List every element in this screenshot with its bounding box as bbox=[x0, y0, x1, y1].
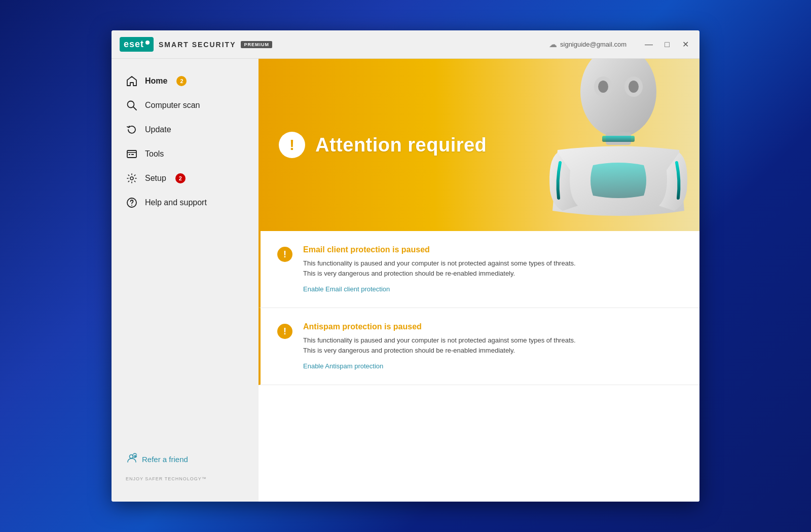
exclamation-icon: ! bbox=[289, 136, 294, 154]
svg-rect-4 bbox=[129, 154, 130, 155]
cloud-icon: ☁ bbox=[549, 40, 557, 49]
svg-point-6 bbox=[130, 177, 133, 180]
minimize-button[interactable]: — bbox=[643, 39, 655, 51]
hero-banner: ! Attention required bbox=[259, 59, 699, 231]
close-button[interactable]: ✕ bbox=[679, 39, 691, 51]
update-icon bbox=[126, 124, 138, 136]
titlebar: eset SMART SECURITY PREMIUM ☁ signiguide… bbox=[112, 30, 699, 59]
notif-item-email: ! Email client protection is paused This… bbox=[259, 231, 699, 308]
sidebar-item-computer-scan[interactable]: Computer scan bbox=[112, 93, 259, 118]
refer-friend-button[interactable]: ★ Refer a friend bbox=[126, 452, 244, 466]
tools-icon bbox=[126, 148, 138, 160]
notif-content-email: Email client protection is paused This f… bbox=[303, 245, 576, 293]
notif-desc-email: This functionality is paused and your co… bbox=[303, 258, 576, 278]
titlebar-right: ☁ signiguide@gmail.com — □ ✕ bbox=[549, 39, 691, 51]
sidebar-item-help-label: Help and support bbox=[145, 198, 207, 207]
eset-logo-badge: eset bbox=[120, 37, 154, 52]
app-window: eset SMART SECURITY PREMIUM ☁ signiguide… bbox=[112, 30, 699, 502]
sidebar: Home 2 Computer scan bbox=[112, 59, 259, 502]
user-email-text: signiguide@gmail.com bbox=[560, 41, 626, 48]
notif-content-antispam: Antispam protection is paused This funct… bbox=[303, 322, 576, 370]
app-title: SMART SECURITY bbox=[159, 41, 236, 49]
window-controls: — □ ✕ bbox=[643, 39, 691, 51]
svg-text:!: ! bbox=[283, 249, 286, 259]
sidebar-item-tools[interactable]: Tools bbox=[112, 142, 259, 166]
notif-desc-antispam: This functionality is paused and your co… bbox=[303, 335, 576, 355]
sidebar-item-update-label: Update bbox=[145, 125, 171, 134]
setup-badge: 2 bbox=[175, 173, 186, 183]
sidebar-item-setup-label: Setup bbox=[145, 174, 166, 183]
eset-logo-text: eset bbox=[124, 39, 144, 50]
notif-title-antispam: Antispam protection is paused bbox=[303, 322, 576, 331]
premium-badge: PREMIUM bbox=[241, 41, 272, 48]
svg-rect-18 bbox=[602, 136, 635, 142]
sidebar-item-home[interactable]: Home 2 bbox=[112, 69, 259, 93]
warning-icon-email: ! bbox=[277, 246, 293, 262]
sidebar-item-setup[interactable]: Setup 2 bbox=[112, 166, 259, 191]
sidebar-bottom: ★ Refer a friend ENJOY SAFER TECHNOLOGY™ bbox=[112, 442, 259, 491]
svg-text:!: ! bbox=[283, 326, 286, 336]
svg-rect-5 bbox=[131, 154, 134, 155]
search-icon bbox=[126, 99, 138, 111]
svg-point-12 bbox=[580, 59, 656, 137]
attention-icon: ! bbox=[279, 132, 305, 158]
main-layout: Home 2 Computer scan bbox=[112, 59, 699, 502]
nav-menu: Home 2 Computer scan bbox=[112, 69, 259, 442]
notifications-list: ! Email client protection is paused This… bbox=[259, 231, 699, 502]
svg-text:★: ★ bbox=[133, 454, 137, 459]
maximize-button[interactable]: □ bbox=[661, 39, 673, 51]
sidebar-item-computer-scan-label: Computer scan bbox=[145, 101, 200, 110]
eset-logo-dot bbox=[145, 41, 150, 45]
notif-item-antispam: ! Antispam protection is paused This fun… bbox=[259, 308, 699, 385]
svg-point-16 bbox=[629, 81, 639, 93]
svg-point-15 bbox=[598, 81, 608, 93]
refer-friend-label: Refer a friend bbox=[142, 455, 188, 464]
app-logo: eset SMART SECURITY PREMIUM bbox=[120, 37, 272, 52]
content-area: ! Attention required bbox=[259, 59, 699, 502]
notif-action-email[interactable]: Enable Email client protection bbox=[303, 285, 390, 293]
svg-line-1 bbox=[133, 107, 136, 110]
help-icon bbox=[126, 197, 138, 209]
sidebar-item-help-and-support[interactable]: Help and support bbox=[112, 191, 259, 215]
sidebar-item-home-label: Home bbox=[145, 77, 167, 86]
sidebar-item-tools-label: Tools bbox=[145, 149, 164, 159]
home-icon bbox=[126, 75, 138, 87]
attention-text: Attention required bbox=[315, 134, 487, 156]
refer-icon: ★ bbox=[126, 452, 137, 466]
svg-point-8 bbox=[131, 205, 132, 206]
user-email-display: ☁ signiguide@gmail.com bbox=[549, 40, 626, 49]
setup-icon bbox=[126, 172, 138, 184]
warning-icon-antispam: ! bbox=[277, 323, 293, 339]
home-badge: 2 bbox=[176, 76, 187, 86]
robot-figure bbox=[537, 59, 699, 231]
notif-title-email: Email client protection is paused bbox=[303, 245, 576, 254]
notif-action-antispam[interactable]: Enable Antispam protection bbox=[303, 362, 383, 370]
enjoy-text: ENJOY SAFER TECHNOLOGY™ bbox=[126, 476, 244, 481]
attention-banner: ! Attention required bbox=[259, 132, 507, 158]
sidebar-item-update[interactable]: Update bbox=[112, 118, 259, 142]
